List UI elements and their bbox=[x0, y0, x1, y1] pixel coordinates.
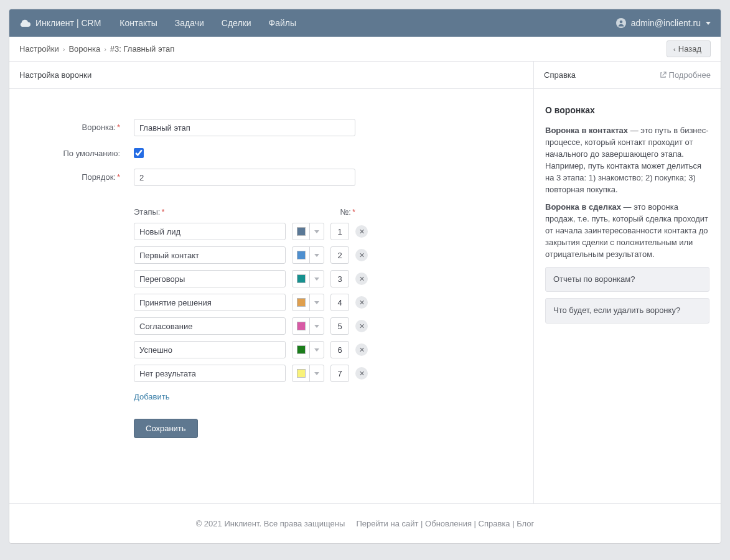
stage-row: ✕ bbox=[134, 246, 383, 264]
stage-color-picker[interactable] bbox=[292, 223, 324, 240]
breadcrumb-settings[interactable]: Настройки bbox=[19, 44, 59, 54]
stage-color-picker[interactable] bbox=[292, 365, 324, 382]
footer-help[interactable]: Справка bbox=[479, 519, 510, 528]
color-toggle[interactable] bbox=[310, 294, 324, 310]
remove-stage-button[interactable]: ✕ bbox=[355, 367, 368, 380]
add-stage-link[interactable]: Добавить bbox=[134, 392, 169, 401]
stage-number-input[interactable] bbox=[330, 270, 349, 287]
stage-number-input[interactable] bbox=[330, 223, 349, 240]
label-stages: Этапы: bbox=[134, 207, 160, 217]
remove-stage-button[interactable]: ✕ bbox=[355, 225, 368, 238]
stage-number-input[interactable] bbox=[330, 365, 349, 382]
funnel-name-input[interactable] bbox=[134, 119, 355, 136]
stage-number-input[interactable] bbox=[330, 341, 349, 358]
label-order: Порядок: bbox=[82, 172, 116, 182]
stage-name-input[interactable] bbox=[134, 223, 286, 240]
user-email: admin@inclient.ru bbox=[631, 18, 701, 28]
stage-name-input[interactable] bbox=[134, 365, 286, 382]
faq-item-delete[interactable]: Что будет, если удалить воронку? bbox=[545, 298, 709, 324]
nav-contacts[interactable]: Контакты bbox=[119, 18, 157, 28]
back-label: Назад bbox=[678, 44, 701, 54]
color-toggle[interactable] bbox=[310, 318, 324, 334]
required-mark: * bbox=[117, 123, 120, 132]
breadcrumb-sep: › bbox=[104, 45, 106, 53]
chevron-down-icon bbox=[314, 325, 319, 328]
required-mark: * bbox=[352, 207, 355, 217]
save-button[interactable]: Сохранить bbox=[134, 419, 198, 438]
user-menu[interactable]: admin@inclient.ru bbox=[616, 18, 711, 28]
help-title: Справка bbox=[544, 70, 576, 80]
nav-deals[interactable]: Сделки bbox=[222, 18, 251, 28]
color-swatch bbox=[292, 365, 310, 381]
color-swatch bbox=[292, 318, 310, 334]
remove-stage-button[interactable]: ✕ bbox=[355, 343, 368, 356]
chevron-down-icon bbox=[314, 372, 319, 375]
chevron-down-icon bbox=[314, 278, 319, 281]
label-funnel: Воронка: bbox=[82, 123, 116, 132]
stage-color-picker[interactable] bbox=[292, 341, 324, 358]
default-checkbox[interactable] bbox=[134, 148, 144, 158]
footer-site[interactable]: Перейти на сайт bbox=[356, 519, 418, 528]
breadcrumb-funnel[interactable]: Воронка bbox=[68, 44, 100, 54]
footer-blog[interactable]: Блог bbox=[517, 519, 534, 528]
remove-stage-button[interactable]: ✕ bbox=[355, 273, 368, 285]
breadcrumb-current: #3: Главный этап bbox=[110, 44, 175, 54]
help-panel-header: Справка Подробнее bbox=[534, 62, 721, 89]
chevron-left-icon: ‹ bbox=[673, 45, 676, 53]
stage-number-input[interactable] bbox=[330, 294, 349, 311]
help-p1: Воронка в контактах — это путь в бизнес-… bbox=[545, 125, 709, 195]
stage-name-input[interactable] bbox=[134, 246, 286, 264]
stage-number-input[interactable] bbox=[330, 246, 349, 264]
label-default: По умолчанию: bbox=[63, 149, 120, 158]
breadcrumb-sep: › bbox=[63, 45, 65, 53]
stage-name-input[interactable] bbox=[134, 317, 286, 335]
brand[interactable]: Инклиент | CRM bbox=[19, 18, 101, 28]
form-panel-header: Настройка воронки bbox=[9, 62, 533, 89]
nav-tasks[interactable]: Задачи bbox=[175, 18, 204, 28]
color-toggle[interactable] bbox=[310, 271, 324, 287]
stage-color-picker[interactable] bbox=[292, 317, 324, 335]
order-input[interactable] bbox=[134, 169, 355, 186]
label-num: №: bbox=[340, 207, 351, 217]
footer: © 2021 Инклиент. Все права защищены Пере… bbox=[9, 503, 721, 543]
back-button[interactable]: ‹ Назад bbox=[667, 40, 711, 57]
form-title: Настройка воронки bbox=[19, 70, 91, 80]
stage-row: ✕ bbox=[134, 365, 383, 382]
footer-copyright: © 2021 Инклиент. Все права защищены bbox=[196, 519, 345, 528]
external-link-icon bbox=[660, 72, 667, 78]
required-mark: * bbox=[117, 172, 120, 182]
color-toggle[interactable] bbox=[310, 342, 324, 358]
color-swatch bbox=[292, 247, 310, 263]
footer-updates[interactable]: Обновления bbox=[425, 519, 472, 528]
more-link[interactable]: Подробнее bbox=[660, 70, 711, 80]
stage-name-input[interactable] bbox=[134, 294, 286, 311]
color-toggle[interactable] bbox=[310, 247, 324, 263]
stage-row: ✕ bbox=[134, 223, 383, 240]
color-swatch bbox=[292, 294, 310, 310]
stage-color-picker[interactable] bbox=[292, 270, 324, 287]
subheader: Настройки › Воронка › #3: Главный этап ‹… bbox=[9, 37, 721, 62]
color-toggle[interactable] bbox=[310, 223, 324, 240]
help-heading: О воронках bbox=[545, 104, 709, 116]
remove-stage-button[interactable]: ✕ bbox=[355, 320, 368, 332]
stage-number-input[interactable] bbox=[330, 317, 349, 335]
chevron-down-icon bbox=[706, 22, 711, 25]
color-swatch bbox=[292, 271, 310, 287]
help-p2: Воронка в сделках — это воронка продаж, … bbox=[545, 202, 709, 260]
nav-links: Контакты Задачи Сделки Файлы bbox=[119, 18, 296, 28]
stage-name-input[interactable] bbox=[134, 270, 286, 287]
stage-name-input[interactable] bbox=[134, 341, 286, 358]
chevron-down-icon bbox=[314, 348, 319, 352]
remove-stage-button[interactable]: ✕ bbox=[355, 296, 368, 309]
color-swatch bbox=[292, 342, 310, 358]
stage-color-picker[interactable] bbox=[292, 294, 324, 311]
stage-color-picker[interactable] bbox=[292, 246, 324, 264]
nav-files[interactable]: Файлы bbox=[269, 18, 296, 28]
color-toggle[interactable] bbox=[310, 365, 324, 381]
chevron-down-icon bbox=[314, 230, 319, 233]
svg-point-1 bbox=[619, 21, 622, 24]
chevron-down-icon bbox=[314, 301, 319, 304]
faq-item-reports[interactable]: Отчеты по воронкам? bbox=[545, 267, 709, 292]
brand-label: Инклиент | CRM bbox=[35, 18, 101, 28]
remove-stage-button[interactable]: ✕ bbox=[355, 249, 368, 261]
